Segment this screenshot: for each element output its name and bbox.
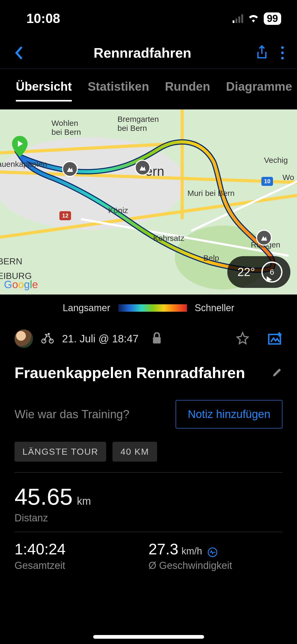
sensor-icon <box>208 548 217 557</box>
badge-longest-ride[interactable]: LÄNGSTE TOUR <box>15 442 106 462</box>
distance-label: Distanz <box>15 512 282 524</box>
battery-indicator: 99 <box>264 12 281 25</box>
distance-value: 45.65 <box>15 483 73 510</box>
elevation-marker-icon <box>135 160 150 176</box>
home-indicator[interactable] <box>93 635 204 639</box>
legend-faster: Schneller <box>195 302 234 314</box>
tab-charts[interactable]: Diagramme <box>226 79 292 102</box>
speed-value: 27.3 <box>149 540 178 558</box>
speed-unit: km/h <box>181 546 202 557</box>
stat-avg-speed: 27.3 km/h Ø Geschwindigkeit <box>149 540 283 571</box>
wifi-icon <box>247 13 260 24</box>
share-button[interactable] <box>256 45 268 61</box>
badge-40km[interactable]: 40 KM <box>112 442 157 462</box>
map-label: Kehrsatz <box>153 234 184 243</box>
user-avatar[interactable] <box>15 329 33 348</box>
wind-indicator: 6 <box>261 261 282 283</box>
route-map[interactable]: Wohlen bei Bern Bremgarten bei Bern ern … <box>0 109 297 295</box>
status-bar: 10:08 99 <box>0 0 297 37</box>
activity-datetime: 21. Juli @ 18:47 <box>62 333 139 345</box>
elevation-marker-icon <box>256 230 272 246</box>
speed-label: Ø Geschwindigkeit <box>149 560 283 571</box>
achievement-badges: LÄNGSTE TOUR 40 KM <box>0 442 297 472</box>
note-row: Wie war das Training? Notiz hinzufügen <box>0 387 297 442</box>
more-menu-button[interactable] <box>281 46 284 59</box>
google-attribution: Google <box>4 279 38 291</box>
elevation-marker-icon <box>62 161 78 177</box>
back-button[interactable] <box>8 46 29 59</box>
status-time: 10:08 <box>26 11 60 26</box>
add-photo-button[interactable] <box>268 331 282 346</box>
cellular-signal-icon <box>233 14 243 23</box>
stat-grid: 1:40:24 Gesamtzeit 27.3 km/h Ø Geschwind… <box>0 532 297 582</box>
weather-widget[interactable]: 22° 6 <box>227 256 290 288</box>
speed-legend: Langsamer Schneller <box>0 295 297 321</box>
page-title: Rennradfahren <box>29 45 256 61</box>
tab-bar: Übersicht Statistiken Runden Diagramme A… <box>0 69 297 109</box>
road-shield: 12 <box>59 211 71 220</box>
speed-gradient-icon <box>118 304 187 312</box>
favorite-button[interactable] <box>236 332 249 346</box>
tab-overview[interactable]: Übersicht <box>16 79 72 102</box>
activity-title-row: Frauenkappelen Rennradfahren <box>0 356 297 387</box>
distance-unit: km <box>77 495 91 507</box>
tab-statistics[interactable]: Statistiken <box>88 79 149 102</box>
map-label: Köniz <box>108 206 128 215</box>
map-label: Belp <box>203 254 219 263</box>
status-icons: 99 <box>233 12 281 25</box>
svg-rect-3 <box>153 337 161 343</box>
edit-title-button[interactable] <box>272 367 282 379</box>
tab-laps[interactable]: Runden <box>165 79 210 102</box>
map-label: Wohlen bei Bern <box>51 119 81 137</box>
note-prompt: Wie war das Training? <box>15 408 168 421</box>
stat-total-time: 1:40:24 Gesamtzeit <box>15 540 149 571</box>
road-shield: 10 <box>261 177 273 186</box>
activity-title: Frauenkappelen Rennradfahren <box>15 364 264 381</box>
activity-meta-row: 21. Juli @ 18:47 <box>0 321 297 356</box>
svg-point-2 <box>48 333 50 335</box>
map-label: Muri bei Bern <box>187 189 234 198</box>
time-label: Gesamtzeit <box>15 560 149 571</box>
temperature: 22° <box>237 265 255 279</box>
map-label: Vechig <box>264 156 288 165</box>
privacy-lock-icon[interactable] <box>152 332 162 345</box>
add-note-button[interactable]: Notiz hinzufügen <box>176 400 282 429</box>
map-label: Bremgarten bei Bern <box>117 115 159 133</box>
start-marker-icon <box>12 136 28 158</box>
time-value: 1:40:24 <box>15 540 66 558</box>
cycling-icon <box>41 332 54 345</box>
map-label: BERN <box>0 256 22 266</box>
map-label: Wo <box>282 173 294 182</box>
app-header: Rennradfahren <box>0 37 297 69</box>
legend-slower: Langsamer <box>63 302 110 314</box>
map-label: auenkappelen <box>0 160 47 169</box>
stat-distance: 45.65 km Distanz <box>0 473 297 532</box>
